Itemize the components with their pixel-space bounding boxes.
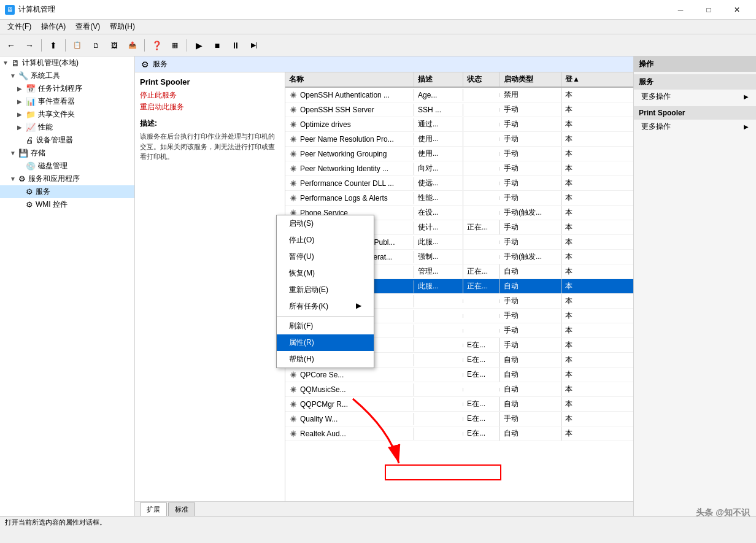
restart-button[interactable]: ▶| bbox=[245, 37, 263, 54]
table-row[interactable]: QPCore Se... E在... 自动 本 bbox=[285, 368, 633, 382]
service-logon-cell: 本 bbox=[561, 309, 598, 323]
menu-view[interactable]: 查看(V) bbox=[71, 20, 105, 33]
context-menu-item[interactable]: 帮助(H) bbox=[285, 351, 374, 368]
service-status-cell bbox=[463, 241, 500, 244]
sidebar-item-performance[interactable]: ▶ 📈 性能 bbox=[0, 121, 134, 134]
service-startup-cell: 手动 bbox=[500, 338, 561, 352]
table-row[interactable]: QQMusicSe... 自动 本 bbox=[285, 382, 633, 397]
service-status-cell bbox=[463, 167, 500, 171]
minimize-button[interactable]: ─ bbox=[666, 0, 695, 20]
context-menu-item[interactable]: 暂停(U) bbox=[285, 248, 374, 265]
col-status-header[interactable]: 状态 bbox=[463, 72, 500, 87]
context-menu-item[interactable]: 恢复(M) bbox=[285, 265, 374, 282]
sidebar-item-wmi[interactable]: ⚙ WMI 控件 bbox=[0, 198, 134, 211]
service-status-cell bbox=[463, 108, 500, 112]
right-section-services: 服务 bbox=[634, 74, 756, 90]
right-action-more-1[interactable]: 更多操作 ▶ bbox=[634, 90, 756, 104]
show-hide-button[interactable]: 📋 bbox=[69, 37, 86, 54]
properties-button[interactable]: 🗋 bbox=[87, 37, 104, 54]
sidebar-root-label: 计算机管理(本地) bbox=[22, 58, 79, 68]
tab-standard[interactable]: 标准 bbox=[168, 503, 195, 516]
help-button[interactable]: ❓ bbox=[148, 37, 165, 54]
service-desc-cell bbox=[414, 344, 463, 347]
service-desc-cell: 使计... bbox=[414, 220, 463, 234]
table-row[interactable]: Optimize drives 通过... 手动 本 bbox=[285, 117, 633, 132]
export-button[interactable]: 📤 bbox=[124, 37, 141, 54]
table-row[interactable]: Performance Counter DLL ... 使远... 手动 本 bbox=[285, 176, 633, 191]
maximize-button[interactable]: □ bbox=[695, 0, 723, 20]
table-row[interactable]: Peer Networking Identity ... 向对... 手动 本 bbox=[285, 161, 633, 176]
table-row[interactable]: Peer Name Resolution Pro... 使用... 手动 本 bbox=[285, 132, 633, 147]
sidebar-item-event-viewer[interactable]: ▶ 📊 事件查看器 bbox=[0, 95, 134, 108]
play-button[interactable]: ▶ bbox=[190, 37, 207, 54]
table-row[interactable]: OpenSSH SSH Server SSH ... 手动 本 bbox=[285, 102, 633, 117]
service-name-cell: Realtek Aud... bbox=[285, 428, 414, 440]
restart-service-link[interactable]: 重启动此服务 bbox=[140, 102, 280, 112]
sidebar-label: 服务和应用程序 bbox=[28, 174, 80, 184]
service-name-cell: Quality W... bbox=[285, 413, 414, 425]
sidebar-label: WMI 控件 bbox=[36, 199, 68, 210]
sidebar-item-device-manager[interactable]: 🖨 设备管理器 bbox=[0, 134, 134, 147]
status-text: 打开当前所选内容的属性对话框。 bbox=[5, 518, 106, 527]
expand-icon: ▶ bbox=[17, 124, 25, 131]
sidebar-item-storage[interactable]: ▼ 💾 存储 bbox=[0, 147, 134, 160]
table-row[interactable]: Realtek Aud... E在... 自动 本 bbox=[285, 426, 633, 441]
col-desc-header[interactable]: 描述 bbox=[414, 72, 463, 87]
display-button[interactable]: ▦ bbox=[166, 37, 183, 54]
service-desc-cell: 强制... bbox=[414, 250, 463, 264]
sidebar-item-shared-folders[interactable]: ▶ 📁 共享文件夹 bbox=[0, 108, 134, 121]
table-row[interactable]: Peer Networking Grouping 使用... 手动 本 bbox=[285, 147, 633, 161]
context-menu-item[interactable]: 停止(O) bbox=[285, 232, 374, 248]
service-startup-cell: 自动 bbox=[500, 397, 561, 411]
table-row[interactable]: OpenSSH Authentication ... Age... 禁用 本 bbox=[285, 88, 633, 102]
context-menu-item[interactable]: 所有任务(K)▶ bbox=[285, 298, 374, 315]
sidebar-label: 共享文件夹 bbox=[38, 109, 75, 120]
service-logon-cell: 本 bbox=[561, 220, 598, 234]
stop-service-link[interactable]: 停止此服务 bbox=[140, 90, 280, 101]
sidebar-item-system-tools[interactable]: ▼ 🔧 系统工具 bbox=[0, 69, 134, 82]
toolbar-sep-2 bbox=[65, 39, 66, 52]
service-desc-cell bbox=[414, 358, 463, 362]
service-startup-cell: 手动(触发... bbox=[500, 250, 561, 264]
sidebar-item-scheduler[interactable]: ▶ 📅 任务计划程序 bbox=[0, 82, 134, 95]
sidebar-item-root[interactable]: ▼ 🖥 计算机管理(本地) bbox=[0, 56, 134, 69]
title-bar: 🖥 计算机管理 ─ □ ✕ bbox=[0, 0, 756, 20]
context-menu-item[interactable]: 刷新(F) bbox=[285, 318, 374, 334]
close-button[interactable]: ✕ bbox=[723, 0, 751, 20]
table-row[interactable]: QQPCMgr R... E在... 自动 本 bbox=[285, 397, 633, 412]
context-menu-item[interactable]: 属性(R) bbox=[285, 334, 374, 351]
menu-help[interactable]: 帮助(H) bbox=[105, 20, 140, 33]
up-button[interactable]: ⬆ bbox=[45, 37, 62, 54]
service-startup-cell: 手动 bbox=[500, 323, 561, 337]
right-action-more-2[interactable]: 更多操作 ▶ bbox=[634, 120, 756, 134]
service-startup-cell: 手动 bbox=[500, 220, 561, 234]
forward-button[interactable]: → bbox=[21, 37, 38, 54]
service-logon-cell: 本 bbox=[561, 264, 598, 279]
menu-file[interactable]: 文件(F) bbox=[2, 20, 36, 33]
sidebar-item-disk-management[interactable]: 💿 磁盘管理 bbox=[0, 160, 134, 172]
service-logon-cell: 本 bbox=[561, 353, 598, 367]
table-row[interactable]: Performance Logs & Alerts 性能... 手动 本 bbox=[285, 191, 633, 206]
back-button[interactable]: ← bbox=[2, 37, 20, 54]
service-logon-cell: 本 bbox=[561, 176, 598, 190]
expand-icon: ▶ bbox=[17, 85, 25, 92]
context-menu-item[interactable]: 启动(S) bbox=[285, 215, 374, 232]
service-status-cell bbox=[463, 388, 500, 391]
service-logon-cell: 本 bbox=[561, 426, 598, 441]
table-row[interactable]: Quality W... E在... 手动 本 bbox=[285, 412, 633, 426]
context-menu-item[interactable]: 重新启动(E) bbox=[285, 282, 374, 298]
service-desc-cell: 通过... bbox=[414, 117, 463, 131]
service-startup-cell: 自动 bbox=[500, 279, 561, 293]
new-window-button[interactable]: 🖼 bbox=[106, 37, 123, 54]
col-startup-header[interactable]: 启动类型 bbox=[500, 72, 561, 87]
pause-button[interactable]: ⏸ bbox=[227, 37, 244, 54]
sidebar-item-services-apps[interactable]: ▼ ⚙ 服务和应用程序 bbox=[0, 172, 134, 185]
col-name-header[interactable]: 名称 bbox=[285, 72, 414, 87]
sidebar-item-services[interactable]: ⚙ 服务 bbox=[0, 185, 134, 198]
stop-button[interactable]: ■ bbox=[209, 37, 226, 54]
col-logon-header[interactable]: 登▲ bbox=[561, 72, 598, 87]
menu-action[interactable]: 操作(A) bbox=[36, 20, 71, 33]
tab-expand[interactable]: 扩展 bbox=[140, 503, 167, 516]
service-desc-cell bbox=[414, 417, 463, 421]
service-title: Print Spooler bbox=[140, 77, 280, 87]
